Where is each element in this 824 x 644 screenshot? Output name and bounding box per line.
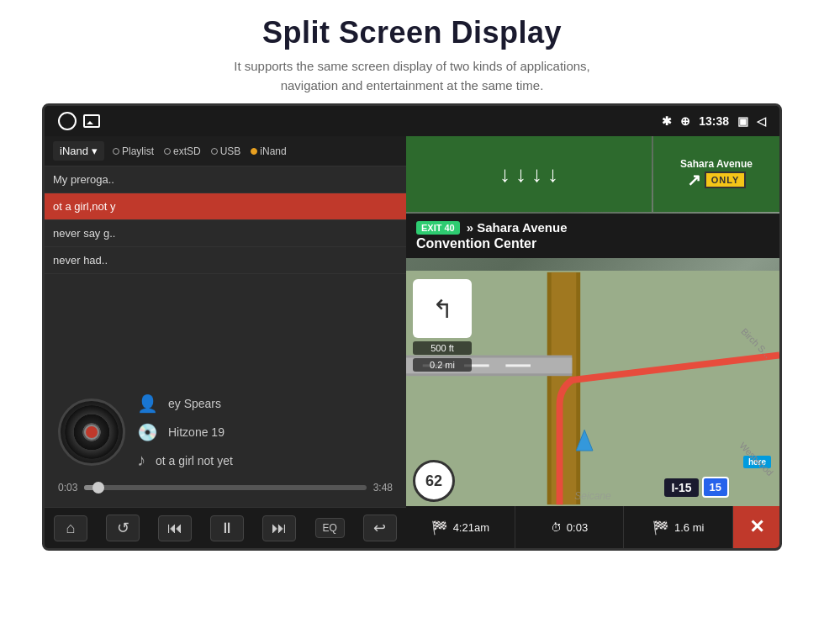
source-tabs: Playlist extSD USB iNand <box>113 145 287 157</box>
nav-panel: ↓ ↓ ↓ ↓ Sahara Avenue ↗ ONLY <box>406 136 779 548</box>
media-panel: iNand ▾ Playlist extSD USB <box>45 136 406 548</box>
playlist-item-4[interactable]: never had.. <box>45 247 406 274</box>
progress-thumb <box>92 482 104 494</box>
flag-icon-2: 🏁 <box>652 520 669 536</box>
time-current: 0:03 <box>58 482 77 494</box>
speed-badge: 62 <box>413 460 455 502</box>
track-artist-row: 👤 ey Spears <box>137 393 233 414</box>
device-frame: ✱ ⊕ 13:38 ▣ ◁ iNand ▾ Playlist <box>42 103 782 551</box>
distance-feet: 500 ft <box>413 341 472 355</box>
nav-elapsed: ⏱ 0:03 <box>515 506 625 548</box>
remaining-dist: 1.6 mi <box>674 521 704 534</box>
nav-exit: EXIT 40 » Sahara Avenue <box>416 220 769 235</box>
chevron-down-icon: ▾ <box>92 145 98 157</box>
destination-line1: » Sahara Avenue <box>467 220 568 235</box>
nav-icons-overlay: ↰ 500 ft 0.2 mi <box>413 279 472 372</box>
status-right: ✱ ⊕ 13:38 ▣ ◁ <box>662 114 766 128</box>
track-meta: 👤 ey Spears 💿 Hitzone 19 ♪ ot a girl not… <box>137 393 233 470</box>
exit-badge: EXIT 40 <box>416 221 460 235</box>
arrow-down-1: ↓ <box>499 161 510 187</box>
highway-sign-area: ↓ ↓ ↓ ↓ Sahara Avenue ↗ ONLY <box>406 136 779 212</box>
status-left <box>58 112 100 130</box>
eq-button[interactable]: EQ <box>315 518 345 538</box>
watermark: Seicane <box>574 490 610 502</box>
track-info: 👤 ey Spears 💿 Hitzone 19 ♪ ot a girl not… <box>58 393 393 470</box>
repeat-button[interactable]: ↺ <box>106 515 140 541</box>
highway-only-sign: Sahara Avenue ↗ ONLY <box>653 136 779 212</box>
disc-icon: 💿 <box>137 422 158 442</box>
track-title-row: ♪ ot a girl not yet <box>137 451 233 470</box>
svg-rect-7 <box>505 364 531 367</box>
nav-bottom-bar: 🏁 4:21am ⏱ 0:03 🏁 1.6 mi ✕ <box>406 506 779 548</box>
playlist-item-1[interactable]: My preroga.. <box>45 166 406 193</box>
page-subtitle: It supports the same screen display of t… <box>0 57 824 95</box>
turn-icon: ↰ <box>432 294 453 324</box>
artist-name: ey Spears <box>168 397 221 410</box>
arrow-up-right: ↗ <box>687 170 701 190</box>
next-button[interactable]: ⏭ <box>262 515 296 541</box>
music-note-icon: ♪ <box>137 451 145 470</box>
vinyl-disc <box>58 399 125 466</box>
source-tab-inand[interactable]: iNand <box>251 145 286 157</box>
back-icon: ◁ <box>757 114 766 128</box>
nav-map: ↓ ↓ ↓ ↓ Sahara Avenue ↗ ONLY <box>406 136 779 548</box>
progress-bar[interactable] <box>84 485 366 490</box>
eta-time: 4:21am <box>453 521 489 534</box>
back-button[interactable]: ↩ <box>363 515 397 541</box>
nav-info-box: EXIT 40 » Sahara Avenue Convention Cente… <box>406 214 779 258</box>
nav-remaining: 🏁 1.6 mi <box>624 506 733 548</box>
radio-dot-playlist <box>113 148 119 155</box>
person-icon: 👤 <box>137 393 158 414</box>
source-dropdown[interactable]: iNand ▾ <box>53 141 104 161</box>
nav-maneuver: ↰ <box>413 279 472 338</box>
sahara-label-small: Sahara Avenue <box>680 158 753 170</box>
track-album-row: 💿 Hitzone 19 <box>137 422 233 442</box>
arrow-down-2: ↓ <box>515 161 526 187</box>
status-bar: ✱ ⊕ 13:38 ▣ ◁ <box>45 106 779 136</box>
playlist-item-2[interactable]: ot a girl,not y <box>45 193 406 220</box>
time-total: 3:48 <box>373 482 393 494</box>
vinyl-center <box>84 425 99 440</box>
player-controls: ⌂ ↺ ⏮ ⏸ ⏭ EQ ↩ <box>45 507 406 548</box>
bluetooth-icon: ✱ <box>662 114 672 128</box>
radio-dot-usb <box>211 148 218 155</box>
source-selector: iNand ▾ Playlist extSD USB <box>45 136 406 166</box>
play-pause-button[interactable]: ⏸ <box>210 515 244 541</box>
page-title: Split Screen Display <box>0 15 824 50</box>
prev-button[interactable]: ⏮ <box>158 515 192 541</box>
album-name: Hitzone 19 <box>168 425 224 439</box>
nav-close-button[interactable]: ✕ <box>733 506 779 548</box>
highway-shield: 15 <box>702 477 729 498</box>
i15-text: I-15 <box>664 478 698 497</box>
split-content: iNand ▾ Playlist extSD USB <box>45 136 779 548</box>
circle-icon <box>58 112 77 130</box>
distance-mi: 0.2 mi <box>413 358 472 372</box>
playlist: My preroga.. ot a girl,not y never say g… <box>45 166 406 385</box>
radio-dot-inand <box>251 148 257 155</box>
progress-bar-container: 0:03 3:48 <box>58 482 393 494</box>
radio-dot-extsd <box>164 148 171 155</box>
source-tab-playlist[interactable]: Playlist <box>113 145 154 157</box>
i15-badge: I-15 15 <box>664 477 729 498</box>
arrow-down-3: ↓ <box>531 161 542 187</box>
image-icon <box>83 114 100 128</box>
location-icon: ⊕ <box>680 114 690 128</box>
destination-line2: Convention Center <box>416 236 769 251</box>
status-time: 13:38 <box>699 114 729 128</box>
elapsed-time: 0:03 <box>567 521 588 534</box>
track-name: ot a girl not yet <box>156 454 233 467</box>
clock-icon: ⏱ <box>551 521 562 534</box>
window-icon: ▣ <box>737 114 748 128</box>
highway-arrows: ↓ ↓ ↓ ↓ <box>406 136 652 212</box>
flag-icon-1: 🏁 <box>431 520 448 536</box>
source-tab-extsd[interactable]: extSD <box>164 145 201 157</box>
page-header: Split Screen Display It supports the sam… <box>0 0 824 103</box>
arrow-down-4: ↓ <box>547 161 558 187</box>
source-tab-usb[interactable]: USB <box>211 145 241 157</box>
nav-eta: 🏁 4:21am <box>406 506 515 548</box>
playlist-item-3[interactable]: never say g.. <box>45 220 406 247</box>
player-center: 👤 ey Spears 💿 Hitzone 19 ♪ ot a girl not… <box>45 385 406 507</box>
only-badge: ONLY <box>705 172 747 188</box>
home-button[interactable]: ⌂ <box>54 515 87 541</box>
